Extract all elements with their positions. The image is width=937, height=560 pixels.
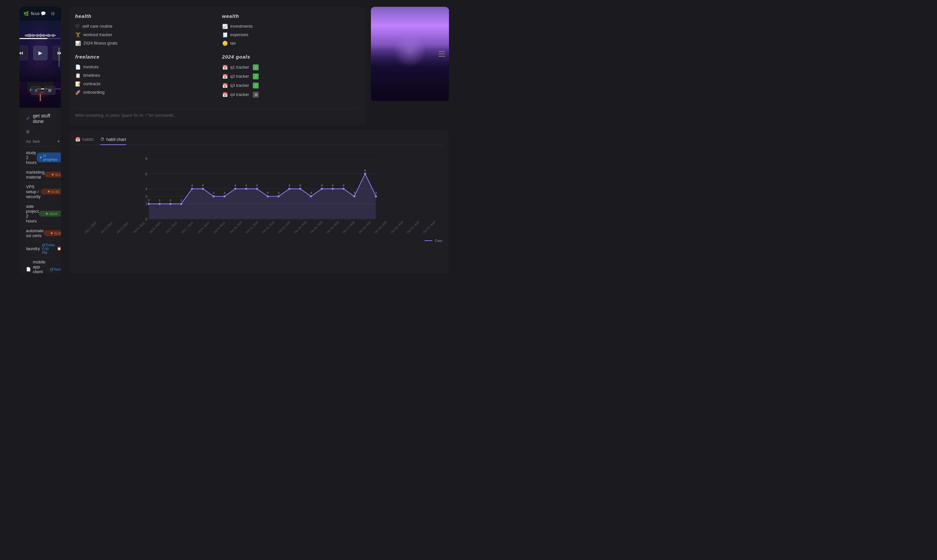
wave-bar [44,34,45,37]
wave-bar [27,34,27,37]
task-row: side project 2 hours done [26,202,54,226]
chart-tabs: 📅 habits ⏱ habit chart [75,137,442,145]
wave-bar [45,35,46,36]
video-top-bar: 🌿 ficus 💬 ⊟ ⛶ ··· [20,7,61,20]
wave-bar [41,34,42,37]
wave-bar [31,34,31,37]
nav-icon: 📈 [222,24,228,29]
status-badge: done [39,211,61,217]
svg-point-22 [202,188,204,190]
wave-bar [34,34,35,37]
task-column-header: Aa task [26,139,40,144]
nav-item[interactable]: 🛡self care routine [75,22,212,31]
app-logo: 🌿 ficus [23,11,40,16]
nav-item[interactable]: 🏋workout tracker [75,31,212,39]
svg-text:4: 4 [234,183,237,187]
nav-item[interactable]: 📈investments [222,22,359,31]
nav-item[interactable]: 📅q4 tracker🖥 [222,90,359,99]
chat-icon[interactable]: 💬 [40,10,47,17]
svg-point-32 [256,188,258,190]
svg-text:2: 2 [148,198,149,202]
layout-icon[interactable]: ⊟ [49,10,57,17]
svg-text:4: 4 [288,183,291,187]
task-row: marketing material to do [26,168,54,182]
tracker-badge: ✓ [253,74,259,79]
svg-text:6: 6 [145,172,147,175]
svg-text:3: 3 [278,191,280,194]
svg-text:4: 4 [332,183,334,187]
wave-bar [29,34,30,37]
forward-button[interactable]: ⏭ [53,46,61,60]
task-label: task [33,139,40,144]
wave-bar [37,34,37,37]
nav-item-label: q2 tracker [230,74,249,79]
svg-text:3: 3 [145,194,147,198]
nav-item[interactable]: 📅q3 tracker✓ [222,81,359,90]
nav-item[interactable]: 📋timelines [75,71,212,80]
nav-icon: 📅 [222,74,228,79]
nav-icon: 📝 [75,81,81,86]
tracker-badge: 🖥 [253,92,259,98]
chart-icon: ⏱ [100,137,105,142]
nav-item[interactable]: 🧾expenses [222,31,359,39]
tab-habits[interactable]: 📅 habits [75,137,94,145]
svg-point-42 [310,195,312,197]
nav-item[interactable]: 📄invoices [75,63,212,71]
wave-bar [51,35,52,36]
progress-area [20,33,61,42]
svg-text:4: 4 [202,183,204,187]
hero-image [371,7,449,101]
svg-point-12 [148,203,150,205]
task-name-text: VPS setup / security [26,185,41,199]
nav-item[interactable]: 🪙tax [222,39,359,48]
nav-item-label: 2024 fitness goals [83,41,117,46]
nav-item[interactable]: 📅q1 tracker✓ [222,63,359,72]
status-dot [48,191,50,192]
health-title: health [75,13,212,19]
nav-item[interactable]: 🚀onboarding [75,88,212,97]
wave-bar [25,35,25,36]
task-row: study 2 hours in progress [26,148,54,168]
playback-controls: ⏮ ▶ ⏭ [20,46,61,60]
rewind-button[interactable]: ⏮ [20,46,28,60]
wave-bar [50,34,51,37]
x-axis-labels: Oct 1, 2024Oct 2, 2024Oct 3, 2024Oct 4, … [75,231,442,234]
wave-bar [28,34,28,37]
charts-area: 📅 habits ⏱ habit chart 02346822224433444… [69,131,449,274]
progress-bar[interactable] [20,38,61,39]
play-button[interactable]: ▶ [33,46,48,60]
nav-item[interactable]: 📅q2 tracker✓ [222,72,359,81]
svg-text:4: 4 [321,183,323,187]
grid-icon: ⊞ [26,129,29,134]
nav-item-label: timelines [83,73,100,78]
tracker-badge: ✓ [253,65,259,70]
freelance-nav-items: 📄invoices📋timelines📝contracts🚀onboarding [75,63,212,97]
svg-text:4: 4 [256,183,258,187]
svg-point-20 [191,188,193,190]
nav-item[interactable]: 📊2024 fitness goals [75,39,212,48]
svg-point-30 [245,188,247,190]
wave-bar [47,34,48,37]
hamburger-menu[interactable] [439,51,445,57]
playlist-button[interactable]: ≡ [31,86,41,95]
wave-bar [43,34,44,37]
task-date-badge: @Today 5:00 PM [42,243,55,255]
expand-icon[interactable]: ⛶ [59,10,61,17]
wave-bar [54,34,55,37]
nav-item[interactable]: 📝contracts [75,80,212,88]
waveform [20,33,61,38]
task-row: automate ssl certs to do [26,226,54,241]
text-input-area[interactable]: Write something, or press 'space' for AI… [75,109,359,119]
status-badge: in progress [37,152,61,162]
ham-line-2 [439,54,445,54]
nav-item-label: tax [230,41,236,46]
nav-icon: 🧾 [222,32,228,37]
wave-bar [46,34,47,37]
svg-point-38 [288,188,291,190]
tab-habit-chart[interactable]: ⏱ habit chart [100,137,126,145]
nav-icon: 📅 [222,83,228,88]
status-text: to do [54,231,61,235]
tracker-badge: ✓ [253,83,259,88]
settings-button[interactable]: ⊞ [44,86,55,95]
nav-item-label: self care routine [82,24,113,29]
